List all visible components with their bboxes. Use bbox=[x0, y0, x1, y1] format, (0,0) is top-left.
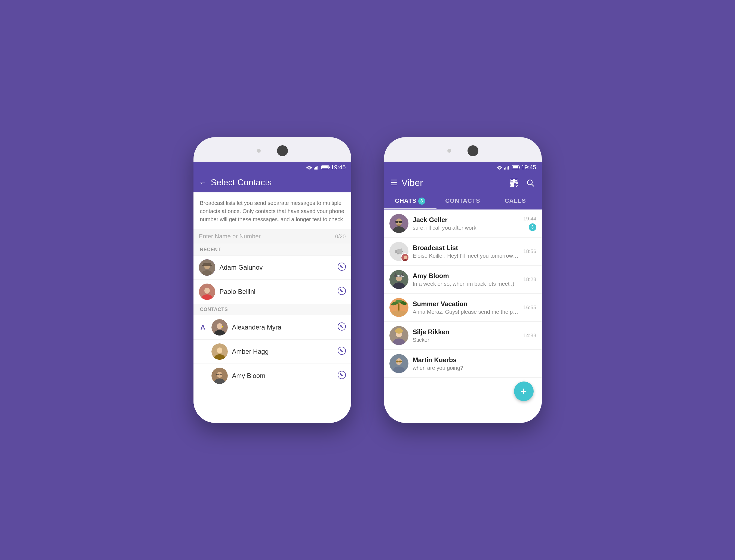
avatar bbox=[211, 343, 228, 360]
avatar bbox=[389, 242, 408, 261]
fab-compose-button[interactable]: + bbox=[514, 381, 534, 401]
svg-point-18 bbox=[222, 326, 223, 328]
svg-rect-53 bbox=[395, 221, 398, 223]
viber-phone-icon bbox=[338, 371, 346, 379]
chat-time: 18:28 bbox=[523, 276, 536, 282]
chat-meta: 16:55 bbox=[523, 304, 536, 310]
viber-phone-icon bbox=[338, 263, 346, 271]
avatar bbox=[199, 259, 215, 276]
svg-point-70 bbox=[396, 300, 402, 303]
svg-rect-34 bbox=[507, 167, 508, 170]
svg-rect-28 bbox=[220, 374, 222, 375]
chat-item[interactable]: Martin Kuerbs when are you going? bbox=[384, 350, 542, 378]
mini-avatar bbox=[401, 253, 409, 261]
contact-name: Alexandera Myra bbox=[232, 324, 333, 331]
amy-avatar bbox=[211, 368, 228, 384]
chat-name: Jack Geller bbox=[413, 216, 519, 224]
contact-name: Amy Bloom bbox=[232, 372, 333, 380]
signal-icon bbox=[314, 165, 319, 170]
chat-meta: 18:28 bbox=[523, 276, 536, 282]
chat-preview: sure, i'll call you after work bbox=[413, 225, 519, 231]
svg-rect-45 bbox=[515, 185, 515, 186]
svg-rect-80 bbox=[399, 361, 402, 362]
contact-item[interactable]: Paolo Bellini bbox=[193, 280, 351, 304]
phone-select-contacts: 19:45 ← Select Contacts Broadcast lists … bbox=[193, 137, 351, 423]
chat-info: Jack Geller sure, i'll call you after wo… bbox=[413, 216, 519, 231]
chat-name: Broadcast List bbox=[413, 244, 519, 252]
viber-call-icon[interactable] bbox=[338, 322, 346, 333]
battery-icon bbox=[512, 165, 519, 169]
chat-info: Martin Kuerbs when are you going? bbox=[413, 356, 532, 371]
search-area[interactable]: Enter Name or Number 0/20 bbox=[193, 229, 351, 244]
chat-item[interactable]: Broadcast List Eloise Koiller: Hey! I'll… bbox=[384, 238, 542, 266]
svg-point-21 bbox=[217, 347, 222, 353]
viber-header-right bbox=[509, 178, 535, 188]
chat-meta: 14:38 bbox=[523, 333, 536, 339]
info-text: Broadcast lists let you send separate me… bbox=[193, 192, 351, 229]
contact-item[interactable]: A Alexandera Myra bbox=[193, 315, 351, 340]
chat-name: Summer Vacation bbox=[413, 300, 519, 308]
alpha-letter: A bbox=[199, 324, 207, 331]
contact-name: Adam Galunov bbox=[220, 264, 333, 271]
tab-calls[interactable]: CALLS bbox=[489, 193, 542, 209]
search-icon bbox=[526, 179, 534, 187]
recent-section-label: RECENT bbox=[193, 244, 351, 256]
svg-rect-57 bbox=[397, 253, 399, 254]
viber-app-header: ☰ Viber bbox=[384, 173, 542, 193]
app-title: Viber bbox=[402, 177, 423, 188]
chat-meta: 19:44 3 bbox=[523, 216, 536, 231]
contact-item[interactable]: A Amy Bloom bbox=[193, 364, 351, 388]
wifi-icon bbox=[306, 165, 312, 170]
alexandera-avatar bbox=[211, 319, 228, 336]
avatar bbox=[389, 298, 408, 317]
chat-info: Summer Vacation Anna Meraz: Guys! please… bbox=[413, 300, 519, 315]
contact-item[interactable]: Adam Galunov bbox=[193, 256, 351, 280]
svg-rect-46 bbox=[516, 186, 517, 187]
tabs-bar: CHATS3 CONTACTS CALLS bbox=[384, 193, 542, 210]
svg-point-59 bbox=[404, 256, 407, 259]
avatar bbox=[211, 368, 228, 384]
back-button[interactable]: ← bbox=[199, 178, 207, 187]
menu-button[interactable]: ☰ bbox=[390, 178, 397, 187]
chat-item[interactable]: Silje Rikken Sticker 14:38 bbox=[384, 322, 542, 350]
svg-rect-33 bbox=[506, 167, 506, 170]
chats-badge: 3 bbox=[418, 198, 425, 205]
status-icons: 19:45 bbox=[306, 164, 346, 171]
svg-rect-35 bbox=[508, 166, 509, 170]
phone-screen: 19:45 ← Select Contacts Broadcast lists … bbox=[193, 162, 351, 423]
search-counter: 0/20 bbox=[335, 233, 346, 240]
chat-item[interactable]: MEOW Amy Bloom In a week or so, when im … bbox=[384, 266, 542, 294]
status-icons: 19:45 bbox=[497, 164, 536, 171]
search-button[interactable] bbox=[525, 178, 535, 188]
qr-button[interactable] bbox=[509, 178, 519, 188]
avatar bbox=[389, 354, 408, 373]
viber-phone-icon bbox=[338, 347, 346, 355]
chat-preview: Anna Meraz: Guys! please send me the pic… bbox=[413, 309, 519, 315]
viber-call-icon[interactable] bbox=[338, 263, 346, 273]
chat-time: 18:56 bbox=[523, 248, 536, 254]
viber-call-icon[interactable] bbox=[338, 347, 346, 357]
svg-rect-79 bbox=[396, 361, 398, 362]
viber-call-icon[interactable] bbox=[338, 287, 346, 297]
contact-item[interactable]: A Amber Hagg bbox=[193, 340, 351, 364]
viber-call-icon[interactable] bbox=[338, 371, 346, 381]
amber-avatar bbox=[211, 343, 228, 360]
svg-rect-32 bbox=[504, 168, 505, 170]
chat-item[interactable]: Jack Geller sure, i'll call you after wo… bbox=[384, 210, 542, 238]
contact-name: Amber Hagg bbox=[232, 348, 333, 355]
svg-point-16 bbox=[217, 323, 222, 329]
tab-contacts[interactable]: CONTACTS bbox=[436, 193, 489, 209]
chat-preview: In a week or so, when im back lets meet … bbox=[413, 281, 519, 287]
contacts-section-label: CONTACTS bbox=[193, 304, 351, 315]
chat-item[interactable]: Summer Vacation Anna Meraz: Guys! please… bbox=[384, 294, 542, 322]
chat-info: Silje Rikken Sticker bbox=[413, 328, 519, 343]
recent-contact-list: Adam Galunov Paolo Bellin bbox=[193, 256, 351, 423]
avatar bbox=[389, 214, 408, 233]
qr-icon bbox=[510, 179, 518, 187]
svg-rect-43 bbox=[516, 183, 517, 184]
svg-rect-1 bbox=[314, 168, 315, 170]
search-input[interactable]: Enter Name or Number bbox=[199, 233, 261, 240]
tab-chats[interactable]: CHATS3 bbox=[384, 193, 436, 209]
viber-phone-icon bbox=[338, 322, 346, 331]
svg-rect-67 bbox=[398, 303, 399, 312]
